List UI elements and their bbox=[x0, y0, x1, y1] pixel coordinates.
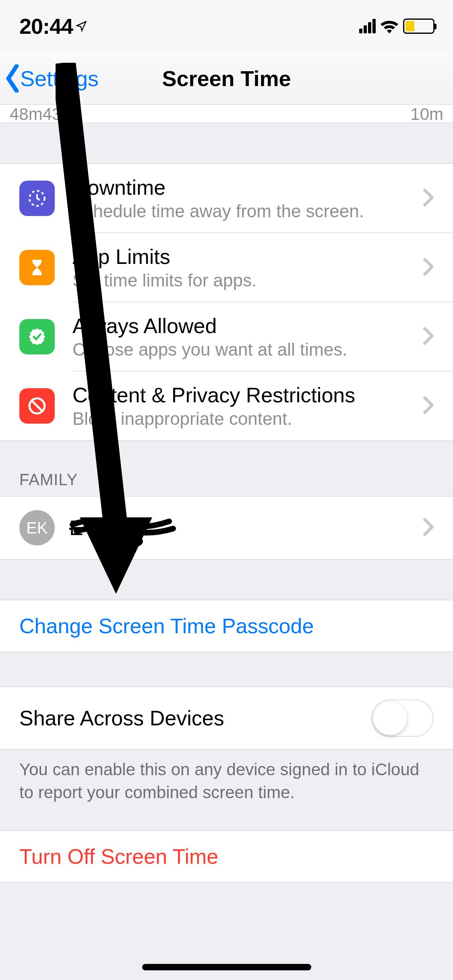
features-group: Downtime Schedule time away from the scr… bbox=[0, 163, 453, 441]
change-passcode-label: Change Screen Time Passcode bbox=[19, 614, 314, 638]
nav-header: Settings Screen Time bbox=[0, 52, 453, 105]
chevron-right-icon bbox=[423, 258, 434, 277]
no-entry-icon bbox=[19, 388, 55, 424]
avatar-initials: EK bbox=[26, 519, 48, 537]
row-subtitle: Schedule time away from the screen. bbox=[72, 201, 423, 221]
share-label: Share Across Devices bbox=[19, 706, 224, 730]
turn-off-label: Turn Off Screen Time bbox=[19, 844, 218, 869]
status-bar: 20:44 bbox=[0, 0, 453, 52]
chevron-right-icon bbox=[423, 518, 434, 537]
avatar: EK bbox=[19, 510, 55, 546]
row-subtitle: Choose apps you want at all times. bbox=[72, 340, 423, 360]
row-title: Downtime bbox=[72, 175, 423, 200]
family-group: EK E--- K--- bbox=[0, 496, 453, 560]
row-title: App Limits bbox=[72, 245, 423, 269]
row-subtitle: Set time limits for apps. bbox=[72, 270, 423, 290]
row-downtime[interactable]: Downtime Schedule time away from the scr… bbox=[0, 164, 453, 233]
row-subtitle: Block inappropriate content. bbox=[72, 409, 423, 429]
wifi-icon bbox=[380, 19, 399, 33]
share-footer-note: You can enable this on any device signed… bbox=[0, 749, 453, 813]
back-button[interactable]: Settings bbox=[5, 64, 99, 93]
chevron-right-icon bbox=[423, 327, 434, 346]
row-always-allowed[interactable]: Always Allowed Choose apps you want at a… bbox=[0, 302, 453, 371]
turnoff-group: Turn Off Screen Time bbox=[0, 830, 453, 883]
turn-off-screentime-button[interactable]: Turn Off Screen Time bbox=[0, 831, 453, 882]
cellular-icon bbox=[359, 19, 376, 33]
chevron-left-icon bbox=[5, 64, 20, 93]
change-passcode-button[interactable]: Change Screen Time Passcode bbox=[0, 600, 453, 652]
row-title: Content & Privacy Restrictions bbox=[72, 383, 423, 407]
share-across-devices-row: Share Across Devices bbox=[0, 687, 453, 749]
battery-icon bbox=[403, 19, 434, 34]
row-app-limits[interactable]: App Limits Set time limits for apps. bbox=[0, 233, 453, 302]
usage-summary-peek[interactable]: 48m 43m 10m bbox=[0, 105, 453, 123]
share-group: Share Across Devices bbox=[0, 687, 453, 749]
share-toggle[interactable] bbox=[371, 699, 434, 737]
status-left: 20:44 bbox=[19, 14, 87, 39]
family-member-name: E--- K--- bbox=[69, 516, 145, 539]
check-badge-icon bbox=[19, 319, 55, 354]
peek-value: 48m bbox=[10, 105, 43, 123]
row-content-restrictions[interactable]: Content & Privacy Restrictions Block ina… bbox=[0, 371, 453, 441]
chevron-right-icon bbox=[423, 396, 434, 416]
status-right bbox=[359, 19, 434, 34]
chevron-right-icon bbox=[423, 189, 434, 208]
home-indicator[interactable] bbox=[142, 964, 311, 970]
peek-value: 10m bbox=[410, 105, 443, 123]
peek-value: 43m bbox=[43, 105, 76, 123]
page-title: Screen Time bbox=[162, 66, 291, 91]
downtime-icon bbox=[19, 181, 55, 216]
row-title: Always Allowed bbox=[72, 314, 423, 338]
passcode-group: Change Screen Time Passcode bbox=[0, 600, 453, 652]
hourglass-icon bbox=[19, 250, 55, 285]
family-section-header: FAMILY bbox=[0, 463, 453, 496]
status-time: 20:44 bbox=[19, 14, 73, 39]
family-member-row[interactable]: EK E--- K--- bbox=[0, 496, 453, 559]
location-icon bbox=[75, 20, 87, 32]
back-label: Settings bbox=[20, 66, 99, 91]
